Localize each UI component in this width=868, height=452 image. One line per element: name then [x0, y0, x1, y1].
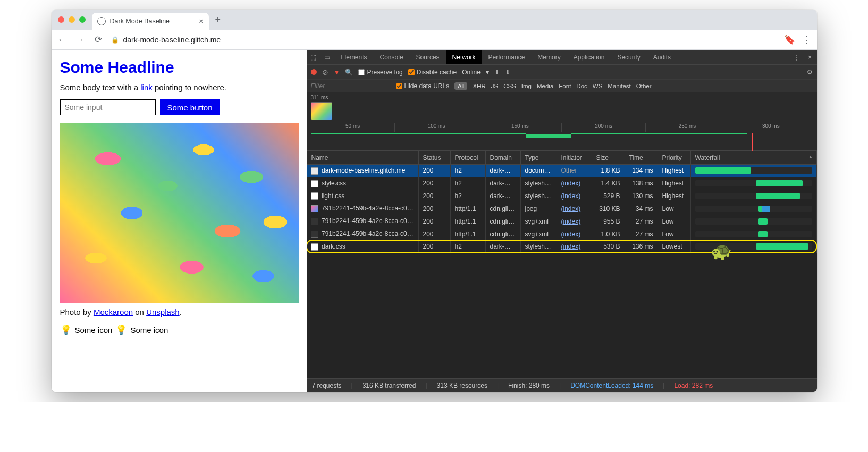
initiator-link[interactable]: (index) [561, 205, 581, 212]
clear-button[interactable]: ⊘ [322, 68, 328, 76]
devtools-tab-security[interactable]: Security [611, 50, 646, 64]
filter-type-other[interactable]: Other [636, 83, 652, 89]
column-header-name[interactable]: Name [307, 151, 418, 165]
initiator-link[interactable]: (index) [561, 192, 581, 200]
network-timeline[interactable]: 311 ms 50 ms100 ms150 ms200 ms250 ms300 … [307, 92, 817, 151]
cell: 27 ms [625, 228, 658, 241]
cell: Low [658, 228, 690, 241]
column-header-status[interactable]: Status [418, 151, 450, 165]
column-header-initiator[interactable]: Initiator [557, 151, 592, 165]
devtools-tab-application[interactable]: Application [567, 50, 611, 64]
forward-button[interactable]: → [75, 35, 86, 45]
column-header-size[interactable]: Size [592, 151, 625, 165]
filter-type-media[interactable]: Media [537, 83, 553, 89]
caption-prefix: Photo by [60, 308, 94, 317]
close-tab-icon[interactable]: × [199, 17, 203, 25]
network-row[interactable]: 791b2241-459b-4a2e-8cca-c0fdc2…200http/1… [307, 228, 816, 241]
disable-cache-checkbox[interactable]: Disable cache [408, 69, 457, 76]
device-icon[interactable]: ▭ [321, 54, 334, 61]
record-button[interactable] [311, 69, 317, 75]
body-link[interactable]: link [140, 83, 153, 92]
filter-type-img[interactable]: Img [521, 83, 532, 89]
hide-data-urls-checkbox[interactable]: Hide data URLs [396, 82, 450, 90]
minimize-window-button[interactable] [69, 16, 75, 23]
devtools-tab-audits[interactable]: Audits [647, 50, 677, 64]
demo-input[interactable] [60, 99, 156, 115]
caption-author-link[interactable]: Mockaroon [94, 308, 133, 317]
url-box[interactable]: 🔒 dark-mode-baseline.glitch.me [111, 36, 777, 44]
devtools-tab-network[interactable]: Network [446, 50, 482, 64]
ruler-tick: 50 ms [311, 123, 394, 132]
initiator-link[interactable]: (index) [561, 243, 581, 250]
column-header-type[interactable]: Type [520, 151, 557, 165]
network-row[interactable]: 791b2241-459b-4a2e-8cca-c0fdc2…200http/1… [307, 202, 816, 215]
throttle-label: Online [462, 69, 481, 76]
initiator-link[interactable]: (index) [561, 218, 581, 225]
initiator-link[interactable]: (index) [561, 180, 581, 187]
inspect-icon[interactable]: ⬚ [307, 54, 321, 61]
cell: 138 ms [625, 177, 658, 190]
column-header-domain[interactable]: Domain [485, 151, 520, 165]
cell: 200 [418, 177, 450, 190]
filter-type-xhr[interactable]: XHR [473, 83, 485, 89]
reload-button[interactable]: ⟳ [93, 34, 104, 45]
devtools-more-icon[interactable]: ⋮ [789, 54, 803, 61]
devtools-tab-elements[interactable]: Elements [334, 50, 374, 64]
devtools-panel: ⬚ ▭ ElementsConsoleSourcesNetworkPerform… [307, 50, 817, 392]
filter-type-font[interactable]: Font [559, 83, 571, 89]
column-header-waterfall[interactable]: Waterfall▲ [690, 151, 816, 165]
download-icon[interactable]: ⬇ [505, 69, 510, 76]
url-text: dark-mode-baseline.glitch.me [123, 36, 221, 44]
close-window-button[interactable] [58, 16, 64, 23]
timeline-label: 311 ms [311, 95, 813, 100]
column-header-priority[interactable]: Priority [658, 151, 690, 165]
chrome-menu-icon[interactable]: ⋮ [802, 34, 812, 46]
network-row[interactable]: dark.css200h2dark-mo…stylesheet(index)53… [307, 240, 816, 253]
network-row[interactable]: style.css200h2dark-mo…stylesheet(index)1… [307, 177, 816, 190]
filter-input[interactable] [311, 82, 391, 90]
cell [690, 190, 816, 202]
network-row[interactable]: light.css200h2dark-mo…stylesheet(index)5… [307, 190, 816, 202]
cell: dark-mo… [485, 190, 520, 202]
disable-cache-label: Disable cache [417, 69, 457, 76]
filter-type-js[interactable]: JS [491, 83, 498, 89]
preserve-log-checkbox[interactable]: Preserve log [358, 69, 402, 76]
cell: 791b2241-459b-4a2e-8cca-c0fdc2… [307, 202, 418, 215]
network-filter-bar: Hide data URLs All XHRJSCSSImgMediaFontD… [307, 80, 817, 92]
network-row[interactable]: 791b2241-459b-4a2e-8cca-c0fdc2…200http/1… [307, 215, 816, 228]
initiator-link[interactable]: (index) [561, 231, 581, 238]
devtools-close-icon[interactable]: × [803, 54, 817, 61]
demo-button[interactable]: Some button [160, 99, 220, 115]
devtools-tab-sources[interactable]: Sources [410, 50, 446, 64]
icon-text-1: Some icon [75, 326, 113, 335]
status-finish: Finish: 280 ms [508, 382, 550, 389]
settings-gear-icon[interactable]: ⚙ [807, 69, 813, 76]
column-header-protocol[interactable]: Protocol [450, 151, 485, 165]
cell: Low [658, 202, 690, 215]
cell: (index) [557, 215, 592, 228]
cell: 1.4 KB [592, 177, 625, 190]
cell: (index) [557, 228, 592, 241]
maximize-window-button[interactable] [79, 16, 86, 23]
network-row[interactable]: dark-mode-baseline.glitch.me200h2dark-mo… [307, 165, 816, 177]
filter-type-doc[interactable]: Doc [576, 83, 587, 89]
back-button[interactable]: ← [57, 35, 68, 45]
throttle-select[interactable]: Online ▾ [462, 69, 489, 76]
devtools-tab-performance[interactable]: Performance [482, 50, 532, 64]
devtools-tab-memory[interactable]: Memory [531, 50, 567, 64]
new-tab-button[interactable]: + [215, 14, 221, 25]
page-body: Some body text with a link pointing to n… [60, 83, 298, 92]
filter-type-manifest[interactable]: Manifest [608, 83, 630, 89]
extensions-icon[interactable]: 🔖 [784, 34, 795, 45]
filter-type-ws[interactable]: WS [593, 83, 603, 89]
filter-type-css[interactable]: CSS [503, 83, 516, 89]
upload-icon[interactable]: ⬆ [494, 69, 500, 76]
caption-site-link[interactable]: Unsplash [146, 308, 180, 317]
devtools-tab-console[interactable]: Console [374, 50, 410, 64]
filter-toggle-icon[interactable]: ▼ [334, 69, 340, 76]
browser-tab[interactable]: Dark Mode Baseline × [92, 13, 209, 30]
column-header-time[interactable]: Time [625, 151, 658, 165]
search-icon[interactable]: 🔍 [345, 69, 353, 76]
filter-type-all[interactable]: All [454, 82, 467, 90]
waterfall-bar [695, 167, 812, 174]
